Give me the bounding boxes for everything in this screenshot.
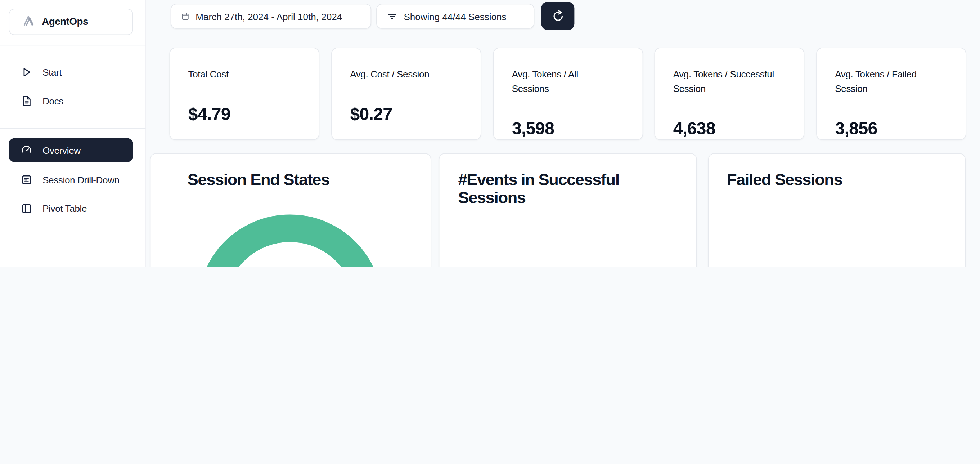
stat-label: Avg. Cost / Session (350, 67, 469, 81)
stat-label: Avg. Tokens / Successful Session (673, 67, 792, 96)
sidebar-divider (0, 46, 145, 46)
stat-value: 3,598 (512, 119, 554, 139)
stat-value: 4,638 (673, 119, 715, 139)
sidebar-item-label: Docs (43, 96, 64, 106)
agentops-dashboard: AgentOps Start Docs (0, 0, 980, 267)
sidebar-item-label: Pivot Table (43, 203, 87, 214)
sidebar-item-docs[interactable]: Docs (9, 89, 133, 113)
chart-title: Session End States (188, 171, 329, 189)
chart-title: #Events in Successful Sessions (458, 171, 646, 207)
sidebar-item-overview[interactable]: Overview (9, 138, 133, 162)
refresh-icon (551, 9, 565, 23)
sidebar-item-label: Overview (43, 145, 81, 156)
sidebar-item-label: Start (43, 67, 62, 77)
session-end-states-card: Session End States SuccessFailIndetermin… (150, 153, 431, 267)
stat-label: Total Cost (188, 67, 308, 81)
agentops-logo-icon (21, 13, 36, 30)
stat-card-avg-cost: Avg. Cost / Session $0.27 (331, 48, 481, 140)
filter-lines-icon (387, 11, 398, 22)
donut-segment-success[interactable] (206, 214, 383, 267)
events-histogram-card: #Events in Successful Sessions (439, 153, 697, 267)
sidebar-item-session-drill-down[interactable]: Session Drill-Down (9, 167, 133, 191)
stat-value: 3,856 (835, 119, 877, 139)
sidebar-item-start[interactable]: Start (9, 60, 133, 84)
stat-value: $0.27 (350, 104, 392, 124)
stat-label: Avg. Tokens / All Sessions (512, 67, 612, 96)
sessions-filter-button[interactable]: Showing 44/44 Sessions (376, 3, 534, 29)
refresh-button[interactable] (541, 2, 574, 30)
sessions-filter-label: Showing 44/44 Sessions (404, 11, 506, 22)
sidebar: AgentOps Start Docs (0, 0, 145, 267)
pivot-panel-icon (20, 202, 33, 215)
stat-card-total-cost: Total Cost $4.79 (169, 48, 319, 140)
play-icon (20, 65, 33, 78)
sidebar-item-label: Session Drill-Down (43, 174, 119, 185)
calendar-icon (181, 12, 189, 21)
app-title: AgentOps (42, 16, 88, 27)
logo-card[interactable]: AgentOps (9, 9, 133, 35)
sidebar-item-pivot-table[interactable]: Pivot Table (9, 196, 133, 220)
sidebar-divider (0, 128, 145, 129)
document-icon (20, 94, 33, 107)
date-range-label: March 27th, 2024 - April 10th, 2024 (196, 11, 342, 22)
chart-title: Failed Sessions (727, 171, 933, 189)
failed-sessions-card: Failed Sessions count (708, 153, 966, 267)
gauge-icon (20, 144, 33, 156)
stat-card-avg-tokens-all: Avg. Tokens / All Sessions 3,598 (493, 48, 643, 140)
stat-label: Avg. Tokens / Failed Session (835, 67, 941, 96)
date-range-button[interactable]: March 27th, 2024 - April 10th, 2024 (171, 3, 371, 29)
stat-value: $4.79 (188, 104, 231, 124)
stat-card-avg-tokens-failed: Avg. Tokens / Failed Session 3,856 (816, 48, 966, 140)
list-icon (20, 173, 33, 186)
stat-card-avg-tokens-successful: Avg. Tokens / Successful Session 4,638 (654, 48, 805, 140)
